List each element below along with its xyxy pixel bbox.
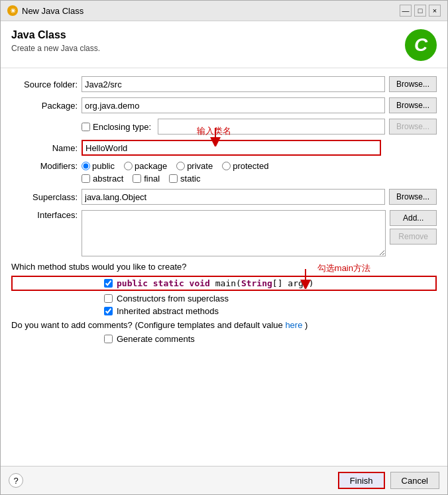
comments-here-link[interactable]: here	[285, 320, 302, 330]
interfaces-row: Interfaces: Add... Remove	[11, 210, 437, 256]
modifier-private-radio[interactable]	[176, 162, 185, 170]
stubs-item-constructors: Constructors from superclass	[11, 294, 437, 303]
title-bar: ☀ New Java Class — □ ×	[1, 1, 447, 21]
modifier-private-text: private	[187, 161, 213, 171]
modifier-protected-radio[interactable]	[222, 162, 231, 170]
superclass-input[interactable]	[82, 189, 385, 205]
stubs-inherited-text: Inherited abstract methods	[117, 306, 219, 316]
source-folder-browse-button[interactable]: Browse...	[389, 76, 437, 92]
form-section: Source folder: Browse... Package: Browse…	[1, 68, 447, 466]
package-browse-button[interactable]: Browse...	[389, 97, 437, 113]
title-controls: — □ ×	[400, 5, 441, 17]
stubs-constructors-checkbox[interactable]	[104, 294, 113, 303]
enclosing-type-browse-button[interactable]: Browse...	[389, 119, 437, 135]
package-input[interactable]	[82, 97, 385, 113]
name-row: Name:	[11, 140, 437, 156]
comments-section: Do you want to add comments? (Configure …	[11, 320, 437, 344]
modifier-static-label[interactable]: static	[169, 174, 200, 184]
dialog-header: Java Class Create a new Java class. C	[1, 21, 447, 68]
modifier-public-text: public	[92, 161, 115, 171]
stubs-item-main: public static void main(String[] args)	[11, 276, 437, 291]
kw-static: static	[153, 278, 184, 288]
modifier-protected-label[interactable]: protected	[222, 161, 268, 171]
modifier-static-text: static	[180, 174, 200, 184]
window-icon: ☀	[7, 5, 18, 16]
title-bar-left: ☀ New Java Class	[7, 5, 84, 16]
maximize-button[interactable]: □	[414, 5, 426, 17]
package-row: Package: Browse...	[11, 97, 437, 113]
enclosing-type-text: Enclosing type:	[93, 122, 151, 132]
enclosing-type-checkbox-label[interactable]: Enclosing type:	[82, 122, 151, 132]
interfaces-remove-button[interactable]: Remove	[390, 229, 437, 245]
dialog-subtitle: Create a new Java class.	[11, 44, 100, 53]
enclosing-type-input[interactable]	[158, 119, 385, 135]
help-button[interactable]: ?	[9, 473, 23, 488]
dialog-title: Java Class	[11, 29, 100, 41]
comments-question: Do you want to add comments? (Configure …	[11, 320, 437, 330]
comments-question-text: Do you want to add comments? (Configure …	[11, 320, 283, 330]
enclosing-type-checkbox[interactable]	[82, 123, 90, 131]
close-button[interactable]: ×	[429, 5, 441, 17]
modifier-package-label[interactable]: package	[124, 161, 167, 171]
modifier-public-radio[interactable]	[82, 162, 90, 170]
comments-item: Generate comments	[11, 334, 437, 344]
modifiers-row: Modifiers: public package private	[11, 161, 437, 171]
generate-comments-checkbox[interactable]	[104, 335, 113, 343]
modifier-public-label[interactable]: public	[82, 161, 115, 171]
name-annotation-container: 输入类名 Name:	[11, 140, 437, 156]
finish-button[interactable]: Finish	[338, 472, 385, 489]
package-label: Package:	[11, 101, 78, 111]
name-label: Name:	[11, 143, 78, 153]
window-title: New Java Class	[22, 6, 84, 16]
modifier-package-text: package	[135, 161, 167, 171]
dialog-footer: ? Finish Cancel	[1, 466, 447, 494]
modifier-abstract-label[interactable]: abstract	[82, 174, 123, 184]
kw-string: String	[241, 278, 272, 288]
interfaces-buttons: Add... Remove	[390, 210, 437, 245]
modifier-abstract-checkbox[interactable]	[82, 174, 90, 183]
modifier-static-checkbox[interactable]	[169, 174, 178, 183]
modifier-protected-text: protected	[233, 161, 268, 171]
source-folder-row: Source folder: Browse...	[11, 76, 437, 92]
superclass-label: Superclass:	[11, 192, 78, 202]
stubs-main-checkbox[interactable]	[104, 279, 113, 288]
modifier-abstract-text: abstract	[93, 174, 123, 184]
generate-comments-text: Generate comments	[117, 334, 195, 344]
kw-void: void	[190, 278, 210, 288]
cancel-button[interactable]: Cancel	[390, 472, 439, 489]
modifier-final-checkbox[interactable]	[133, 174, 141, 183]
new-java-class-dialog: ☀ New Java Class — □ × Java Class Create…	[0, 0, 448, 495]
source-folder-label: Source folder:	[11, 80, 78, 89]
modifier-private-label[interactable]: private	[176, 161, 213, 171]
stubs-main-code: public static void main(String[] args)	[117, 278, 313, 288]
form-content: Source folder: Browse... Package: Browse…	[1, 68, 447, 466]
superclass-browse-button[interactable]: Browse...	[389, 189, 437, 205]
stubs-constructors-text: Constructors from superclass	[117, 294, 229, 303]
interfaces-add-button[interactable]: Add...	[390, 210, 437, 226]
kw-public: public	[117, 278, 148, 288]
superclass-row: Superclass: Browse...	[11, 189, 437, 205]
modifiers-row2: abstract final static	[11, 174, 437, 184]
name-input[interactable]	[82, 140, 381, 156]
stubs-item-inherited: Inherited abstract methods	[11, 306, 437, 316]
comments-question-end: )	[305, 320, 308, 330]
stubs-inherited-checkbox[interactable]	[104, 307, 113, 315]
minimize-button[interactable]: —	[400, 5, 412, 17]
footer-left: ?	[9, 473, 333, 488]
modifier-package-radio[interactable]	[124, 162, 133, 170]
source-folder-input[interactable]	[82, 76, 385, 92]
modifier-final-text: final	[144, 174, 160, 184]
eclipse-logo-icon: C	[405, 29, 437, 61]
modifiers-group: public package private protected	[82, 161, 268, 171]
interfaces-label: Interfaces:	[11, 210, 78, 220]
stubs-section: Which method stubs would you like to cre…	[11, 262, 437, 316]
modifiers-label: Modifiers:	[11, 161, 78, 171]
header-left: Java Class Create a new Java class.	[11, 29, 100, 53]
interfaces-input[interactable]	[82, 210, 386, 256]
stubs-question: Which method stubs would you like to cre…	[11, 262, 437, 272]
enclosing-type-row: Enclosing type: Browse...	[11, 119, 437, 135]
stubs-item1-container: 勾选main方法 public static void main(String[…	[11, 276, 437, 291]
modifier-final-label[interactable]: final	[133, 174, 160, 184]
